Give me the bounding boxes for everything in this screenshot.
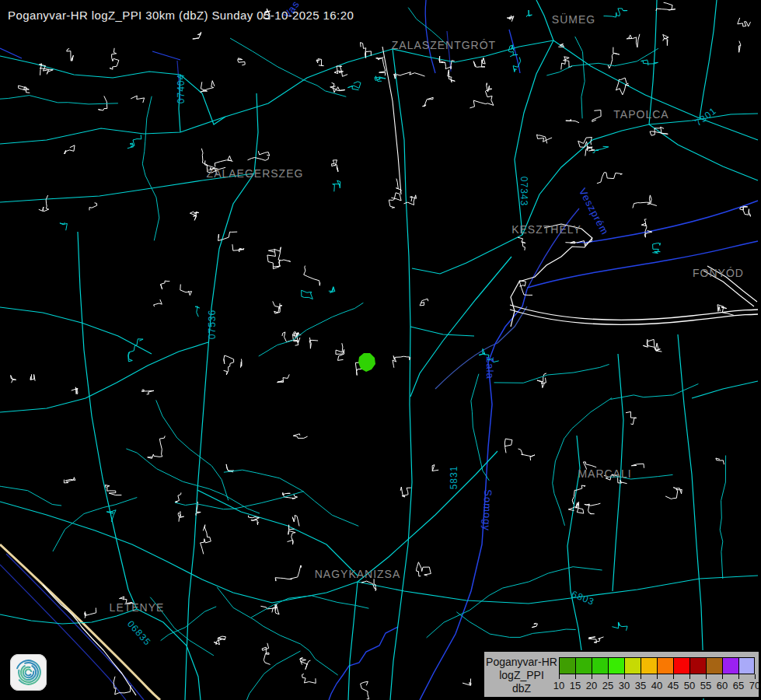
shore-road (707, 266, 757, 302)
dbz-tick (689, 674, 690, 679)
settlement-outline (195, 306, 200, 317)
settlement-outline (585, 503, 601, 514)
settlement-outline (127, 135, 141, 149)
road-line (390, 49, 412, 700)
settlement-outline (304, 266, 320, 286)
minor-road-line (156, 400, 229, 500)
dbz-tick-label: 40 (651, 680, 662, 691)
settlement-outline (113, 677, 131, 695)
settlement-outline (633, 195, 657, 208)
settlement-outline (160, 281, 169, 289)
radar-map-canvas (0, 0, 761, 700)
minor-road-line (142, 96, 159, 241)
settlement-outline (423, 97, 434, 106)
settlement-outline (400, 487, 411, 497)
settlement-outline (376, 57, 386, 75)
minor-road-line (575, 37, 585, 118)
settlement-outline (72, 387, 78, 394)
settlement-outline (11, 376, 16, 383)
lake-boundary (527, 241, 758, 288)
dbz-tick-label: 50 (684, 680, 695, 691)
settlement-outline (19, 86, 30, 93)
minor-road-line (0, 96, 118, 104)
settlement-outline (98, 96, 106, 110)
settlement-outline (627, 34, 640, 47)
road-line (393, 40, 553, 62)
dbz-tick (641, 674, 641, 679)
settlement-outline (329, 287, 335, 293)
dbz-tick-label: 10 (553, 680, 564, 691)
road-line (197, 490, 358, 576)
road-line (410, 257, 511, 397)
road-line (567, 436, 583, 661)
minor-road-line (220, 651, 300, 700)
settlement-outline (148, 436, 166, 458)
road-line (254, 93, 258, 173)
radar-image: SÜMEGZALASZENTGRÓTTAPOLCAZALAEGERSZEGKES… (0, 0, 761, 700)
settlement-outline (193, 32, 201, 39)
settlement-outline (292, 516, 299, 527)
settlement-outline (432, 465, 438, 471)
settlement-outline (597, 173, 623, 184)
road-line (700, 0, 717, 118)
minor-road-line (607, 474, 673, 479)
road-line (185, 173, 254, 700)
minor-road-line (230, 38, 346, 96)
settlement-outline (631, 464, 644, 467)
dbz-color-cell (641, 657, 657, 674)
settlement-outline (232, 244, 244, 252)
met-logo (10, 654, 47, 691)
settlement-outline (215, 156, 232, 166)
road-line (358, 576, 758, 604)
settlement-outline (175, 492, 181, 502)
settlement-outline (568, 502, 584, 513)
minor-road-line (259, 303, 364, 356)
dbz-color-cell (722, 657, 738, 674)
dbz-color-cell (624, 657, 641, 674)
road-line (613, 354, 623, 591)
radar-title: Poganyvar-HR logZ_PPI 30km (dbZ) Sunday … (8, 9, 354, 22)
road-line (649, 114, 758, 124)
settlement-outline (293, 434, 308, 439)
settlement-outline (330, 82, 345, 93)
minor-road-line (611, 384, 699, 400)
settlement-outline (60, 222, 68, 230)
dbz-tick-label: 30 (619, 680, 630, 691)
settlement-outline (585, 147, 595, 156)
settlement-outline (332, 160, 338, 172)
dbz-tick-label: 35 (635, 680, 646, 691)
settlement-outline (612, 622, 627, 631)
settlement-outline (537, 135, 553, 143)
spiral-icon (10, 654, 47, 691)
lake-boundary (577, 201, 758, 243)
settlement-outline (389, 193, 401, 208)
settlement-outline (89, 203, 97, 211)
settlement-outline (154, 299, 162, 306)
settlement-outline (190, 212, 199, 220)
settlement-outline (738, 41, 741, 53)
minor-road-line (251, 596, 368, 618)
settlement-outline (393, 356, 410, 368)
settlement-outline (30, 374, 35, 381)
minor-road-line (471, 374, 490, 481)
dbz-color-cell (608, 657, 624, 674)
road-line (358, 451, 497, 582)
settlement-outline (486, 83, 492, 92)
road-line (348, 582, 358, 700)
road-line (649, 124, 758, 180)
legend-text-block: Poganyvar-HR logZ_PPI dbZ (484, 656, 559, 695)
settlement-outline (652, 243, 660, 253)
minor-road-line (53, 498, 137, 552)
settlement-outline (583, 462, 596, 470)
minor-road-line (150, 597, 214, 656)
settlement-outline (394, 72, 425, 79)
settlement-outline (131, 96, 144, 103)
dbz-tick (706, 674, 707, 679)
dbz-tick (592, 674, 592, 679)
road-line (0, 173, 254, 202)
dbz-tick-label: 70 (749, 680, 760, 691)
dbz-tick (575, 674, 576, 679)
settlement-outline (258, 151, 269, 156)
settlement-outline (214, 636, 225, 645)
settlement-outline (656, 2, 675, 11)
